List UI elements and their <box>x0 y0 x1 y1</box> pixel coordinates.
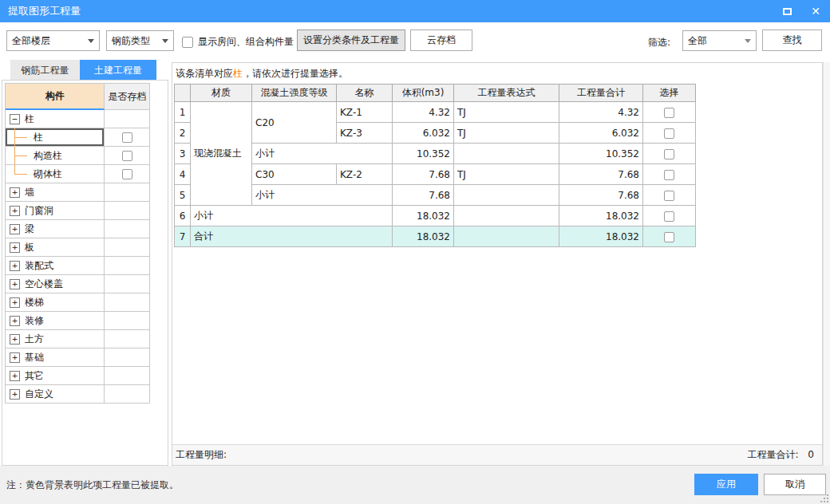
content-area: 钢筋工程量 土建工程量 构件 是否存档 −柱柱构造柱砌体柱+墙+门窗洞+梁+板+… <box>0 60 830 466</box>
table-cell: 6.032 <box>393 123 454 144</box>
expand-icon[interactable]: + <box>10 187 20 198</box>
tree-item-label-cell[interactable]: 构造柱 <box>6 147 105 165</box>
table-cell: TJ <box>454 164 559 185</box>
component-tree: 构件 是否存档 −柱柱构造柱砌体柱+墙+门窗洞+梁+板+装配式+空心楼盖+楼梯+… <box>5 83 150 404</box>
apply-button[interactable]: 应用 <box>694 474 758 495</box>
column-header: 材质 <box>191 85 252 102</box>
detail-label: 工程量明细: <box>176 448 227 462</box>
expand-icon[interactable]: + <box>10 334 20 345</box>
table-cell: 7.68 <box>559 185 643 206</box>
tree-item-其它[interactable]: +其它 <box>6 367 150 385</box>
tree-item-基础[interactable]: +基础 <box>6 348 150 367</box>
show-room-checkbox[interactable]: 显示房间、组合构件量 <box>182 35 294 49</box>
tree-item-装配式[interactable]: +装配式 <box>6 257 150 275</box>
tree-item-构造柱[interactable]: 构造柱 <box>6 147 150 165</box>
tree-item-label-cell[interactable]: +自定义 <box>6 385 105 404</box>
expand-icon[interactable]: + <box>10 206 20 216</box>
select-cell <box>643 226 696 247</box>
tree-item-label-cell[interactable]: +装修 <box>6 312 105 330</box>
tree-item-空心楼盖[interactable]: +空心楼盖 <box>6 275 150 293</box>
select-checkbox[interactable] <box>664 170 674 180</box>
archive-checkbox[interactable] <box>122 151 132 161</box>
tree-item-label-cell[interactable]: +楼梯 <box>6 293 105 312</box>
tree-item-label-cell[interactable]: +土方 <box>6 330 105 348</box>
chevron-down-icon <box>88 39 94 43</box>
expand-icon[interactable]: + <box>10 242 20 253</box>
tree-item-label-cell[interactable]: +墙 <box>6 183 105 202</box>
table-row: 6小计18.03218.032 <box>175 206 696 226</box>
tree-item-label: 自定义 <box>25 388 53 401</box>
select-checkbox[interactable] <box>664 108 674 118</box>
close-button[interactable]: ✕ <box>801 0 830 22</box>
expand-icon[interactable]: + <box>10 279 20 289</box>
set-condition-button[interactable]: 设置分类条件及工程量 <box>297 30 405 51</box>
collapse-icon[interactable]: − <box>10 114 20 124</box>
expand-icon[interactable]: + <box>10 297 20 308</box>
tree-item-装修[interactable]: +装修 <box>6 312 150 330</box>
select-cell <box>643 206 696 226</box>
table-cell <box>454 206 559 226</box>
expand-icon[interactable]: + <box>10 224 20 234</box>
tree-item-label-cell[interactable]: +基础 <box>6 348 105 367</box>
table-cell: 6.032 <box>559 123 643 144</box>
table-cell: 18.032 <box>393 206 454 226</box>
select-checkbox[interactable] <box>664 191 674 201</box>
select-checkbox[interactable] <box>664 232 674 242</box>
filter-dropdown[interactable]: 全部 <box>682 30 757 51</box>
expand-icon[interactable]: + <box>10 352 20 363</box>
tree-item-label-cell[interactable]: +装配式 <box>6 257 105 275</box>
table-row: 5小计7.687.68 <box>175 185 696 206</box>
cancel-button[interactable]: 取消 <box>764 474 826 495</box>
select-cell <box>643 164 696 185</box>
tree-item-砌体柱[interactable]: 砌体柱 <box>6 165 150 183</box>
tree-item-label-cell[interactable]: +空心楼盖 <box>6 275 105 293</box>
tree-item-label: 柱 <box>25 112 34 126</box>
archive-cell <box>105 147 150 165</box>
tab-rebar-quantity[interactable]: 钢筋工程量 <box>10 60 80 81</box>
floor-dropdown-value: 全部楼层 <box>12 34 50 48</box>
select-checkbox[interactable] <box>664 128 674 139</box>
tree-item-梁[interactable]: +梁 <box>6 220 150 238</box>
tree-item-label-cell[interactable]: +其它 <box>6 367 105 385</box>
tree-item-label-cell[interactable]: +梁 <box>6 220 105 238</box>
tree-item-自定义[interactable]: +自定义 <box>6 385 150 404</box>
tree-item-柱[interactable]: −柱 <box>6 110 150 128</box>
expand-icon[interactable]: + <box>10 316 20 326</box>
tree-item-门窗洞[interactable]: +门窗洞 <box>6 202 150 220</box>
tree-item-柱[interactable]: 柱 <box>6 128 150 147</box>
find-button[interactable]: 查找 <box>762 30 822 51</box>
archive-checkbox[interactable] <box>122 169 132 179</box>
tree-item-板[interactable]: +板 <box>6 238 150 257</box>
select-checkbox[interactable] <box>664 149 674 159</box>
tree-item-墙[interactable]: +墙 <box>6 183 150 202</box>
tree-item-label-cell[interactable]: 砌体柱 <box>6 165 105 183</box>
tree-item-label: 装配式 <box>25 259 53 273</box>
tree-item-楼梯[interactable]: +楼梯 <box>6 293 150 312</box>
floor-dropdown[interactable]: 全部楼层 <box>6 30 100 51</box>
table-cell <box>454 185 559 206</box>
tree-body: −柱柱构造柱砌体柱+墙+门窗洞+梁+板+装配式+空心楼盖+楼梯+装修+土方+基础… <box>6 110 150 404</box>
close-icon: ✕ <box>811 5 820 18</box>
expand-icon[interactable]: + <box>10 389 20 400</box>
tree-item-土方[interactable]: +土方 <box>6 330 150 348</box>
expand-icon[interactable]: + <box>10 371 20 381</box>
table-cell: C20 <box>252 102 337 144</box>
vertical-scrollbar[interactable] <box>823 62 830 466</box>
cloud-save-button[interactable]: 云存档 <box>410 30 472 51</box>
table-cell: KZ-2 <box>337 164 393 185</box>
archive-checkbox[interactable] <box>122 132 132 143</box>
tree-item-label-cell[interactable]: +板 <box>6 238 105 257</box>
tree-item-label-cell[interactable]: +门窗洞 <box>6 202 105 220</box>
tab-civil-quantity[interactable]: 土建工程量 <box>80 60 156 81</box>
rebar-type-dropdown[interactable]: 钢筋类型 <box>106 30 174 51</box>
select-checkbox[interactable] <box>664 211 674 222</box>
maximize-button[interactable] <box>773 0 801 22</box>
row-number: 5 <box>175 185 191 206</box>
expand-icon[interactable]: + <box>10 261 20 271</box>
tree-item-label-cell[interactable]: 柱 <box>6 128 105 147</box>
resize-grip-icon[interactable] <box>820 494 828 502</box>
table-cell <box>454 144 559 164</box>
tree-item-label-cell[interactable]: −柱 <box>6 110 105 128</box>
toolbar: 全部楼层 钢筋类型 显示房间、组合构件量 设置分类条件及工程量 云存档 筛选: … <box>0 22 830 60</box>
archive-cell <box>105 312 150 330</box>
